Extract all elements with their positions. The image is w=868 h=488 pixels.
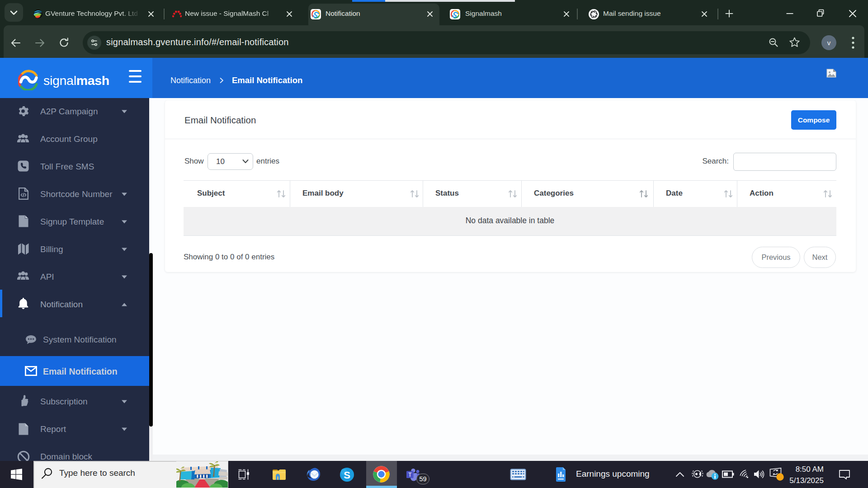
svg-text:T: T <box>408 472 412 478</box>
svg-text:S: S <box>344 469 350 481</box>
